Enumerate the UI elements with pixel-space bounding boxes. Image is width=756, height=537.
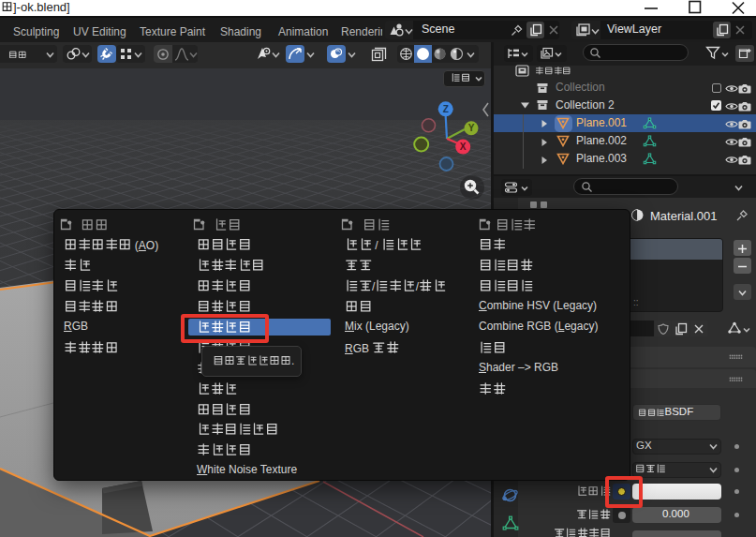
svg-text:Z: Z: [443, 104, 449, 114]
svg-text:Y: Y: [468, 123, 475, 133]
svg-text:X: X: [460, 142, 467, 152]
